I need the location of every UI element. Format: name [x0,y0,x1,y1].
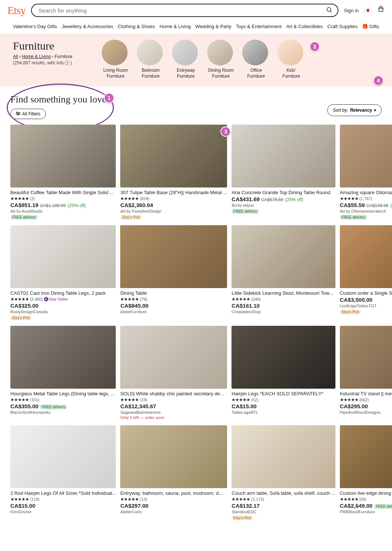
discount: (20% off) [67,203,86,208]
nav-item[interactable]: Jewellery & Accessories [62,24,113,29]
breadcrumb-home[interactable]: Home & Living [22,54,51,59]
product-rating: ★★★★★(151) [10,397,116,402]
product-price: CA$845.00 [120,302,227,309]
category-item[interactable]: Living Room Furniture [102,40,129,79]
sort-button[interactable]: Sort by: Relevancy ▾ [327,104,382,116]
gift-icon: 🎁 [362,24,368,29]
product-image [120,225,227,288]
product-seller: AtelierCarlo [120,510,227,514]
all-filters-button[interactable]: All Filters [10,109,46,119]
product-card[interactable]: Couch arm table, Sofa table, sofa shelf,… [232,425,335,520]
free-delivery-badge: FREE delivery [340,215,367,220]
product-price: CA$951.19CA$1,188.99 (20% off) [10,202,116,208]
signin-link[interactable]: Sign in [344,8,359,13]
product-card[interactable]: Entryway, bathroom, sauna, pool, mudroom… [120,425,227,520]
logo[interactable]: Etsy [7,4,26,17]
region-flag-icon[interactable] [364,8,372,13]
product-card[interactable]: 2 Rod Hairpin Legs Of All Sizes *Sold In… [10,425,116,520]
product-image [120,125,227,187]
main-nav: Valentine's Day GiftsJewellery & Accesso… [0,21,392,34]
star-seller-badge: ✦Star Seller [44,297,68,301]
stars-icon: ★★★★★ [340,497,358,502]
stars-icon: ★★★★★ [120,497,139,502]
product-title: 307 Tulipe Table Base (28"H)| Handmade M… [120,190,227,195]
product-card[interactable]: Aria Concrete Granite Top Dining Table R… [232,125,335,220]
search-input[interactable] [31,4,338,17]
product-seller: Ad by AryatStudio [10,209,116,213]
product-card[interactable]: Custom order a Single Slab Spalted Maple… [340,225,392,320]
product-seller: PipeAndWoodDesigns [340,410,392,415]
breadcrumb-all[interactable]: All [13,54,18,59]
nav-item[interactable]: 🎁Gifts [362,24,379,29]
product-title: Hairpin Legs *EACH SOLD SEPARATELY* [232,391,335,396]
review-count: (1,767) [359,196,372,201]
cart-icon[interactable] [377,6,385,15]
nav-item[interactable]: Wedding & Party [195,24,231,29]
product-rating: ★★★★★(240) [232,297,335,302]
product-price: CA$431.69CA$575.59 (25% off) [232,196,335,202]
breadcrumb: All › Home & Living › Furniture [13,54,87,59]
product-card[interactable]: Amazing square Ottoman Pouffe Moroccan l… [340,125,392,220]
product-card[interactable]: Dining Table★★★★★(79)CA$845.00idobeFurni… [120,225,227,320]
product-price: CA$161.10 [232,302,335,309]
category-item[interactable]: Dining Room Furniture [207,40,235,79]
category-item[interactable]: Office Furniture [242,40,270,79]
review-count: (56) [359,497,367,501]
product-title: Dining Table [120,290,227,296]
product-card[interactable]: SOLD| White shabby chic painted secretar… [120,326,227,420]
product-rating: ★★★★★(13) [120,497,227,502]
product-rating: ★★★★★(119) [10,497,116,502]
discount: (25% off) [284,197,303,202]
nav-item[interactable]: Clothing & Shoes [118,24,155,29]
star-seller-icon: ✦ [44,297,48,301]
product-card[interactable]: Beautiful Coffee Table Made With Single … [10,125,116,220]
stock-warning: Only 1 left — order soon [120,415,227,420]
sort-label: Sort by: [333,108,348,113]
product-title: CAST01 Cast Iron Dining Table Legs, 2 pa… [10,290,116,296]
nav-item[interactable]: Valentine's Day Gifts [13,24,57,29]
product-card[interactable]: Hairpin Legs *EACH SOLD SEPARATELY*★★★★★… [232,326,335,420]
search-icon[interactable] [326,7,333,15]
review-count: (52) [251,398,258,402]
filters-label: All Filters [22,111,40,116]
original-price: CA$138.98 [366,203,388,208]
product-title: Custom order a Single Slab Spalted Maple… [340,290,392,296]
stars-icon: ★★★★★ [232,297,250,302]
nav-item[interactable]: Art & Collectibles [286,24,323,29]
original-price: CA$1,188.99 [40,203,66,208]
product-seller: BlacknSmithIronworks [10,410,116,415]
product-rating: ★★★★★(19) [120,397,227,402]
product-image [340,225,392,288]
product-image [10,125,116,187]
nav-item[interactable]: Toys & Entertainment [236,24,282,29]
annotation-badge-4: 4 [373,75,383,86]
category-item[interactable]: Entryway Furniture [172,40,200,79]
review-count: (119) [30,497,40,501]
product-seller: SageandBalmInteriors [120,410,227,415]
annotation-badge-1: 1 [104,93,114,103]
category-image [102,40,128,65]
review-count: (824) [140,196,149,201]
free-delivery-badge: FREE delivery [232,209,259,214]
product-title: Industrial TV stand || media console || … [340,391,392,396]
nav-item[interactable]: Craft Supplies [327,24,358,29]
product-price: CA$12,345.67 [120,403,227,409]
stars-icon: ★★★★★ [10,196,29,201]
product-image [340,125,392,187]
review-count: (2) [30,196,35,201]
product-card[interactable]: Custom live edge dining tables★★★★★(56)C… [340,425,392,520]
product-price: CA$15.00 [232,403,335,409]
stars-icon: ★★★★★ [120,196,139,201]
product-card[interactable]: CAST01 Cast Iron Dining Table Legs, 2 pa… [10,225,116,320]
product-card[interactable]: Hourglass Metal Table Legs (Dining table… [10,326,116,420]
product-rating: ★★★★★(2) [10,196,116,201]
product-card[interactable]: 3307 Tulipe Table Base (28"H)| Handmade … [120,125,227,220]
product-card[interactable]: Industrial TV stand || media console || … [340,326,392,420]
product-card[interactable]: Little Sidekick Learning Stool, Montesso… [232,225,335,320]
category-label: Kids' Furniture [277,68,305,79]
product-price: CA$325.00 [10,302,116,309]
category-item[interactable]: Kids' Furniture [277,40,305,79]
category-item[interactable]: Bedroom Furniture [137,40,165,79]
info-icon[interactable]: ? [65,61,69,65]
nav-item[interactable]: Home & Living [159,24,191,29]
